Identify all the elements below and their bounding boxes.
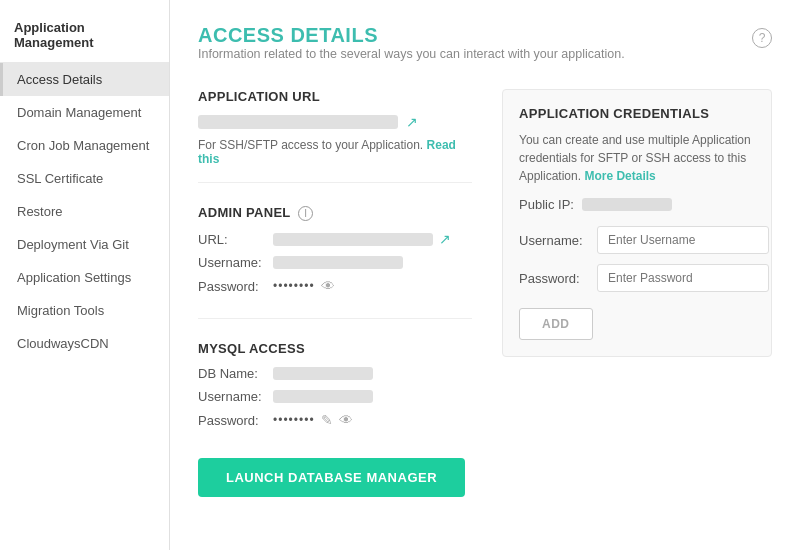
sidebar-item-cron-job[interactable]: Cron Job Management [0,129,169,162]
mysql-username-value [273,390,373,403]
admin-url-label: URL: [198,232,273,247]
mysql-password-label: Password: [198,413,273,428]
public-ip-label: Public IP: [519,197,574,212]
app-url-row: ↗ [198,114,472,130]
mysql-password-row: Password: •••••••• ✎ 👁 [198,412,472,428]
admin-username-row: Username: [198,255,472,270]
page-header: ACCESS DETAILS Information related to th… [198,24,772,83]
mysql-username-row: Username: [198,389,472,404]
credentials-description: You can create and use multiple Applicat… [519,131,755,185]
sidebar-item-app-settings[interactable]: Application Settings [0,261,169,294]
left-column: APPLICATION URL ↗ For SSH/SFTP access to… [198,89,472,497]
app-url-external-link-icon[interactable]: ↗ [406,114,418,130]
mysql-username-label: Username: [198,389,273,404]
right-column: APPLICATION CREDENTIALS You can create a… [502,89,772,497]
credentials-section: APPLICATION CREDENTIALS You can create a… [502,89,772,357]
sidebar-title: Application Management [0,10,169,63]
sidebar-item-access-details[interactable]: Access Details [0,63,169,96]
add-credentials-button[interactable]: ADD [519,308,593,340]
admin-password-label: Password: [198,279,273,294]
admin-username-label: Username: [198,255,273,270]
sidebar-item-cloudwayscdn[interactable]: CloudwaysCDN [0,327,169,360]
content-columns: APPLICATION URL ↗ For SSH/SFTP access to… [198,89,772,497]
mysql-dbname-value [273,367,373,380]
mysql-password-eye-icon[interactable]: 👁 [339,412,353,428]
main-content: ACCESS DETAILS Information related to th… [170,0,800,550]
cred-password-row: Password: [519,264,755,292]
admin-url-row: URL: ↗ [198,231,472,247]
launch-db-button[interactable]: LAUNCH DATABASE MANAGER [198,458,465,497]
more-details-link[interactable]: More Details [584,169,655,183]
app-url-title: APPLICATION URL [198,89,472,104]
admin-username-blurred [273,256,403,269]
cred-username-input[interactable] [597,226,769,254]
admin-password-row: Password: •••••••• 👁 [198,278,472,294]
mysql-password-value: •••••••• ✎ 👁 [273,412,353,428]
mysql-dbname-label: DB Name: [198,366,273,381]
sidebar-item-deployment[interactable]: Deployment Via Git [0,228,169,261]
admin-password-dots: •••••••• [273,279,315,293]
mysql-section: MYSQL ACCESS DB Name: Username: Password… [198,341,472,428]
credentials-title: APPLICATION CREDENTIALS [519,106,755,121]
mysql-password-dots: •••••••• [273,413,315,427]
page-title: ACCESS DETAILS [198,24,625,47]
mysql-password-edit-icon[interactable]: ✎ [321,412,333,428]
admin-password-eye-icon[interactable]: 👁 [321,278,335,294]
app-url-value [198,115,398,129]
admin-url-value: ↗ [273,231,451,247]
admin-username-value [273,256,403,269]
page-subtitle: Information related to the several ways … [198,47,625,61]
sidebar: Application Management Access Details Do… [0,0,170,550]
admin-url-external-link-icon[interactable]: ↗ [439,231,451,247]
app-url-section: APPLICATION URL ↗ For SSH/SFTP access to… [198,89,472,183]
mysql-username-blurred [273,390,373,403]
public-ip-value [582,198,672,211]
cred-password-label: Password: [519,271,589,286]
admin-panel-section: ADMIN PANEL i URL: ↗ Username: [198,205,472,319]
sidebar-item-domain-management[interactable]: Domain Management [0,96,169,129]
mysql-title: MYSQL ACCESS [198,341,472,356]
sidebar-item-restore[interactable]: Restore [0,195,169,228]
public-ip-row: Public IP: [519,197,755,212]
sidebar-item-migration[interactable]: Migration Tools [0,294,169,327]
cred-username-label: Username: [519,233,589,248]
cred-username-row: Username: [519,226,755,254]
sidebar-item-ssl[interactable]: SSL Certificate [0,162,169,195]
admin-url-blurred [273,233,433,246]
help-icon[interactable]: ? [752,28,772,48]
mysql-dbname-blurred [273,367,373,380]
admin-panel-info-icon[interactable]: i [298,206,313,221]
cred-password-input[interactable] [597,264,769,292]
admin-password-value: •••••••• 👁 [273,278,335,294]
admin-panel-title: ADMIN PANEL i [198,205,472,221]
ssh-text: For SSH/SFTP access to your Application.… [198,138,472,166]
mysql-dbname-row: DB Name: [198,366,472,381]
